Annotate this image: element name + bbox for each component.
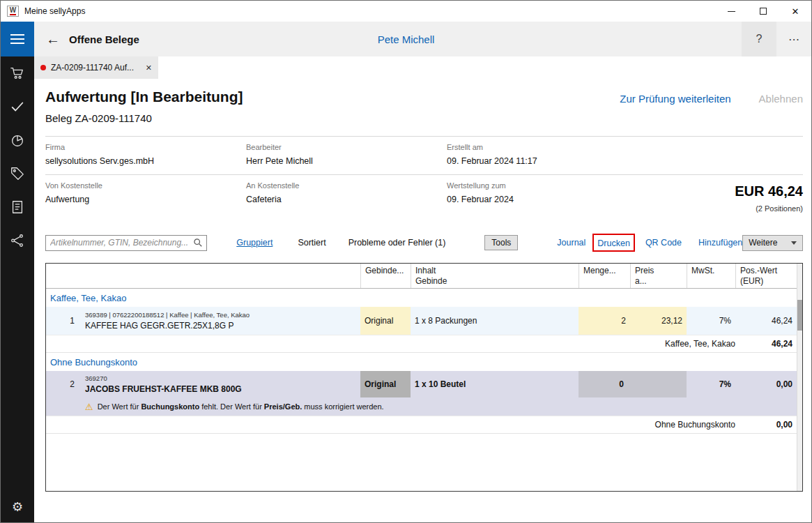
field-firma: Firma sellysolutions Serv.ges.mbH xyxy=(45,143,246,166)
app-window: W Meine sellyApps ✕ ← Offene Belege Pete… xyxy=(0,0,812,523)
tag-icon xyxy=(10,166,25,181)
forward-for-review-button[interactable]: Zur Prüfung weiterleiten xyxy=(620,93,730,105)
pie-chart-icon xyxy=(10,132,25,148)
article-meta: 369389 | 07622200188512 | Kaffee | Kaffe… xyxy=(85,311,250,319)
header-actions: ? ⋯ xyxy=(742,22,811,56)
article-name: JACOBS FRUEHST-KAFFEE MKB 800G xyxy=(85,384,242,394)
group-footer-kaffee: Kaffee, Tee, Kakao 46,24 xyxy=(46,335,797,353)
settings-button[interactable]: ⚙ xyxy=(1,493,34,521)
gear-icon: ⚙ xyxy=(12,499,23,515)
check-icon xyxy=(10,99,25,114)
probleme-fehler-link[interactable]: Probleme oder Fehler (1) xyxy=(348,238,446,248)
wert-cell: 0,00 xyxy=(735,371,797,397)
field-bearbeiter: Bearbeiter Herr Pete Michell xyxy=(246,143,447,166)
document-number: Beleg ZA-0209-111740 xyxy=(45,112,803,124)
sortiert-link[interactable]: Sortiert xyxy=(298,238,325,248)
hamburger-icon xyxy=(10,34,24,36)
chevron-down-icon xyxy=(791,241,797,245)
help-button[interactable]: ? xyxy=(742,22,776,56)
col-header-menge[interactable]: Menge... xyxy=(579,264,630,288)
article-name: KAFFEE HAG GEGR.GETR.25X1,8G P xyxy=(85,321,233,331)
drucken-link[interactable]: Drucken xyxy=(597,238,630,248)
maximize-icon xyxy=(760,8,767,15)
col-header-inhalt[interactable]: Inhalt Gebinde xyxy=(411,264,579,288)
close-icon: ✕ xyxy=(792,6,799,17)
scrollbar-thumb[interactable] xyxy=(797,300,802,331)
group-footer-value: 46,24 xyxy=(735,339,797,349)
menge-preis-cell[interactable]: 0 xyxy=(579,371,687,397)
warning-text: Der Wert für Buchungskonto fehlt. Der We… xyxy=(98,402,384,411)
sidebar-item-tasks[interactable] xyxy=(1,90,34,123)
table-row-1[interactable]: 1 369389 | 07622200188512 | Kaffee | Kaf… xyxy=(46,307,797,335)
tab-close-icon[interactable]: ✕ xyxy=(146,63,152,73)
gruppiert-link[interactable]: Gruppiert xyxy=(236,238,273,248)
col-header-mwst[interactable]: MwSt. xyxy=(687,264,735,288)
wert-cell: 46,24 xyxy=(735,307,797,335)
window-title: Meine sellyApps xyxy=(24,6,85,16)
sidebar-item-statistics[interactable] xyxy=(1,123,34,157)
weitere-dropdown-button[interactable]: Weitere xyxy=(742,235,803,251)
row-2-warning: ⚠ Der Wert für Buchungskonto fehlt. Der … xyxy=(46,397,797,416)
preis-cell[interactable]: 23,12 xyxy=(630,307,687,335)
sidebar-item-share[interactable] xyxy=(1,224,34,257)
group-footer-label: Ohne Buchungskonto xyxy=(655,420,735,430)
document-title: Aufwertung [In Bearbeitung] xyxy=(45,89,243,105)
fields-row-2: Von Kostenstelle Aufwertung An Kostenste… xyxy=(45,174,803,213)
mwst-cell: 7% xyxy=(687,371,735,397)
col-header-preis[interactable]: Preis a... xyxy=(630,264,687,288)
reject-button[interactable]: Ablehnen xyxy=(759,93,803,105)
document-total: EUR 46,24 (2 Positionen) xyxy=(735,183,803,213)
article-search-box[interactable] xyxy=(45,235,207,251)
total-amount: EUR 46,24 xyxy=(735,183,803,199)
sidebar-item-cart[interactable] xyxy=(1,56,34,90)
hamburger-menu-button[interactable] xyxy=(1,22,34,56)
document-fields: Firma sellysolutions Serv.ges.mbH Bearbe… xyxy=(45,136,803,213)
group-header-kaffee[interactable]: Kaffee, Tee, Kakao xyxy=(46,289,797,307)
more-options-button[interactable]: ⋯ xyxy=(776,22,811,56)
app-header: ← Offene Belege Pete Michell ? ⋯ xyxy=(1,22,811,56)
group-footer-label: Kaffee, Tee, Kakao xyxy=(665,339,735,349)
sidebar: ⚙ xyxy=(1,56,34,523)
sidebar-item-documents[interactable] xyxy=(1,190,34,224)
close-button[interactable]: ✕ xyxy=(779,1,811,22)
app-logo-letter: W xyxy=(10,7,16,15)
table-scrollbar[interactable] xyxy=(797,264,802,491)
unsaved-indicator-dot xyxy=(40,65,46,70)
maximize-button[interactable] xyxy=(747,1,779,22)
field-an-kostenstelle: An Kostenstelle Cafeteria xyxy=(246,181,447,204)
col-header-wert[interactable]: Pos.-Wert (EUR) xyxy=(735,264,797,288)
row-number: 2 xyxy=(46,371,81,397)
warning-icon: ⚠ xyxy=(85,402,93,411)
sidebar-item-labels[interactable] xyxy=(1,157,34,190)
fields-row-1: Firma sellysolutions Serv.ges.mbH Bearbe… xyxy=(45,136,803,174)
cart-icon xyxy=(10,66,25,81)
tools-button[interactable]: Tools xyxy=(484,235,518,250)
col-header-article xyxy=(81,264,360,288)
tab-bar: ZA-0209-111740 Auf... ✕ xyxy=(34,56,812,79)
minimize-button[interactable] xyxy=(715,1,747,22)
table-row-2[interactable]: 2 369270 JACOBS FRUEHST-KAFFEE MKB 800G … xyxy=(46,371,797,416)
gebinde-cell[interactable]: Original xyxy=(360,307,411,335)
journal-link[interactable]: Journal xyxy=(557,238,585,248)
col-header-gebinde[interactable]: Gebinde... xyxy=(360,264,411,288)
table-header-row: Gebinde... Inhalt Gebinde Menge... Preis… xyxy=(46,264,797,289)
tab-document[interactable]: ZA-0209-111740 Auf... ✕ xyxy=(34,56,158,79)
menge-value: 0 xyxy=(579,379,630,389)
qr-code-link[interactable]: QR Code xyxy=(645,238,682,248)
hinzufuegen-link[interactable]: Hinzufügen xyxy=(698,238,742,248)
document-content: Aufwertung [In Bearbeitung] Zur Prüfung … xyxy=(34,89,812,523)
search-input[interactable] xyxy=(50,238,193,248)
item-toolbar: Gruppiert Sortiert Probleme oder Fehler … xyxy=(45,234,803,252)
group-footer-value: 0,00 xyxy=(735,420,797,430)
menge-cell[interactable]: 2 xyxy=(579,307,630,335)
journal-icon xyxy=(10,199,25,215)
gebinde-cell[interactable]: Original xyxy=(360,371,411,397)
drucken-highlight-box: Drucken xyxy=(592,234,635,252)
document-header: Aufwertung [In Bearbeitung] Zur Prüfung … xyxy=(45,89,803,105)
group-header-ohne-buchungskonto[interactable]: Ohne Buchungskonto xyxy=(46,353,797,371)
window-controls: ✕ xyxy=(715,1,811,22)
minimize-icon xyxy=(728,11,735,12)
user-name[interactable]: Pete Michell xyxy=(378,33,435,45)
back-button[interactable]: ← xyxy=(43,31,63,47)
col-header-number xyxy=(46,264,81,288)
